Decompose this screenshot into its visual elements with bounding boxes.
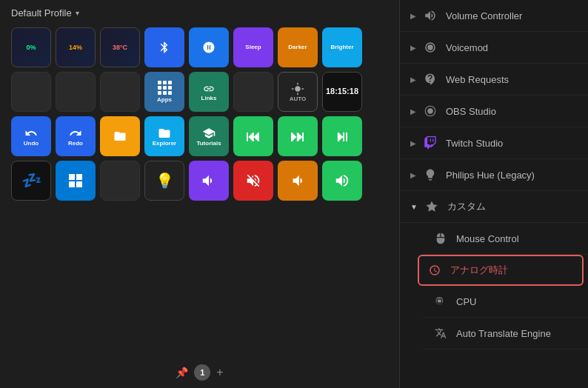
- icon-explorer[interactable]: Explorer: [144, 116, 184, 156]
- icon-mute[interactable]: [233, 161, 273, 201]
- twitch-studio-label: Twitch Studio: [446, 138, 503, 149]
- page-number[interactable]: 1: [194, 364, 210, 381]
- voicemod-label: Voicemod: [446, 42, 488, 53]
- obs-studio-label: OBS Studio: [446, 106, 496, 117]
- cpu-plugin-icon-wrap: [432, 293, 449, 310]
- icon-brighter[interactable]: Brighter: [322, 27, 362, 67]
- svg-point-1: [427, 108, 433, 114]
- icon-prev-track[interactable]: ⏮: [233, 116, 273, 156]
- plugin-item-web-requests[interactable]: ▶ Web Requests: [400, 64, 588, 96]
- icon-cpu2-usage[interactable]: 14%: [56, 27, 96, 67]
- obs-studio-icon-wrap: [422, 103, 438, 119]
- chevron-right-icon: ▶: [410, 12, 416, 20]
- profile-label: Default Profile: [11, 7, 72, 19]
- icon-file-manager[interactable]: [100, 116, 140, 156]
- auto-translate-icon-wrap: [432, 325, 449, 341]
- icon-next-track[interactable]: ⏭: [278, 116, 318, 156]
- plugin-item-obs-studio[interactable]: ▶ OBS Studio: [400, 96, 588, 127]
- windows-icon: [67, 172, 84, 190]
- chevron-right-icon: ▶: [410, 171, 416, 179]
- bluetooth-icon: [158, 41, 171, 54]
- auto-translate-label: Auto Translate Engine: [456, 328, 551, 339]
- philips-hue-icon: [424, 168, 437, 181]
- icon-volume-up[interactable]: [322, 161, 362, 201]
- icon-empty-4[interactable]: [233, 72, 273, 112]
- twitch-icon: [424, 136, 437, 150]
- icon-sleep-mode[interactable]: 💤: [11, 161, 51, 201]
- icon-row-2: Apps Links AUTO: [11, 72, 388, 112]
- icon-temperature[interactable]: 38°C: [100, 27, 140, 67]
- cpu-plugin-label: CPU: [456, 296, 476, 307]
- icon-cpu-usage[interactable]: 0%: [11, 27, 51, 67]
- icon-light-bulb[interactable]: 💡: [144, 161, 184, 201]
- icon-volume-control[interactable]: [189, 161, 229, 201]
- cpu-plugin-icon: [435, 295, 447, 307]
- web-requests-icon-wrap: [422, 71, 438, 87]
- icon-puffin[interactable]: [189, 27, 229, 67]
- mouse-control-icon-wrap: [432, 230, 449, 247]
- icon-empty-1[interactable]: [11, 72, 51, 112]
- chevron-right-icon: ▶: [410, 76, 416, 84]
- volume-controller-icon-wrap: [422, 7, 438, 24]
- plugin-item-analog-clock-selected[interactable]: アナログ時計: [418, 255, 584, 286]
- philips-hue-label: Philips Hue (Legacy): [446, 170, 535, 181]
- icon-auto-brightness[interactable]: AUTO: [278, 72, 318, 112]
- mouse-control-label: Mouse Control: [456, 233, 519, 244]
- icon-darker[interactable]: Darker: [278, 27, 318, 67]
- left-panel: Default Profile ▾ 0% 14% 38°C: [0, 0, 400, 388]
- profile-chevron: ▾: [76, 9, 79, 17]
- right-panel: ▶ Volume Controller ▶ Voicemod ▶ Web Req…: [400, 0, 588, 388]
- philips-hue-icon-wrap: [422, 167, 438, 183]
- chevron-down-icon: ▼: [410, 203, 418, 211]
- analog-clock-label: アナログ時計: [450, 264, 508, 277]
- icon-bluetooth[interactable]: [144, 27, 184, 67]
- plugin-item-twitch-studio[interactable]: ▶ Twitch Studio: [400, 127, 588, 159]
- twitch-studio-icon-wrap: [422, 135, 438, 151]
- pagination: 📌 1 +: [11, 364, 388, 381]
- auto-translate-icon: [435, 327, 447, 339]
- profile-bar[interactable]: Default Profile ▾: [11, 7, 388, 19]
- plugin-item-voicemod[interactable]: ▶ Voicemod: [400, 32, 588, 64]
- puffin-app-icon: [202, 41, 216, 54]
- icon-row-1: 0% 14% 38°C Sleep Darker: [11, 27, 388, 67]
- web-requests-label: Web Requests: [446, 74, 509, 85]
- add-page-button[interactable]: +: [216, 366, 223, 379]
- voicemod-icon-wrap: [422, 39, 438, 56]
- web-requests-icon: [424, 73, 437, 86]
- icon-empty-5[interactable]: [100, 161, 140, 201]
- icon-windows[interactable]: [56, 161, 96, 201]
- icon-undo[interactable]: Undo: [11, 116, 51, 156]
- chevron-right-icon: ▶: [410, 107, 416, 116]
- custom-label: カスタム: [447, 200, 486, 213]
- icon-redo[interactable]: Redo: [56, 116, 96, 156]
- analog-clock-icon-wrap: [427, 262, 443, 278]
- plugin-item-philips-hue[interactable]: ▶ Philips Hue (Legacy): [400, 159, 588, 191]
- custom-child-analog-clock-wrapper: アナログ時計: [400, 255, 588, 286]
- icon-volume-down[interactable]: [278, 161, 318, 201]
- obs-studio-icon: [424, 104, 437, 118]
- plugin-item-volume-controller[interactable]: ▶ Volume Controller: [400, 0, 588, 32]
- analog-clock-icon: [429, 264, 441, 276]
- chevron-right-icon: ▶: [410, 139, 416, 147]
- icon-apps[interactable]: Apps: [144, 72, 184, 112]
- chevron-right-icon: ▶: [410, 44, 416, 52]
- volume-controller-icon: [424, 9, 437, 22]
- icon-row-4: 💤 💡: [11, 161, 388, 201]
- icon-play-pause[interactable]: ⏯: [322, 116, 362, 156]
- custom-icon: [425, 200, 438, 213]
- icon-sleep[interactable]: Sleep: [233, 27, 273, 67]
- voicemod-icon: [424, 41, 437, 54]
- icon-clock-display[interactable]: 18:15:18: [322, 72, 362, 112]
- icon-empty-2[interactable]: [56, 72, 96, 112]
- custom-child-auto-translate[interactable]: Auto Translate Engine: [400, 318, 588, 349]
- mouse-control-icon: [435, 233, 447, 244]
- volume-controller-label: Volume Controller: [446, 10, 522, 21]
- icon-links[interactable]: Links: [189, 72, 229, 112]
- custom-child-mouse-control[interactable]: Mouse Control: [400, 223, 588, 255]
- custom-child-cpu[interactable]: CPU: [400, 286, 588, 318]
- icon-grid: 0% 14% 38°C Sleep Darker: [11, 27, 388, 355]
- icon-tutorials[interactable]: Tutorials: [189, 116, 229, 156]
- pin-icon[interactable]: 📌: [176, 367, 188, 378]
- icon-empty-3[interactable]: [100, 72, 140, 112]
- plugin-item-custom[interactable]: ▼ カスタム: [400, 191, 588, 223]
